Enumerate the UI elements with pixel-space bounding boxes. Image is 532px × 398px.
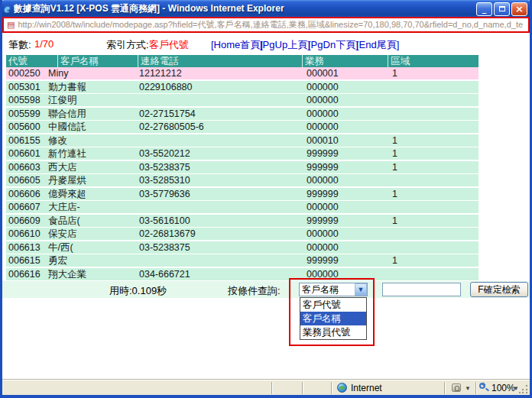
status-bar: Internet ▼ 100% ▼ — [2, 380, 530, 395]
table-cell: 大庄店- — [46, 201, 137, 213]
table-cell: 006613 — [6, 241, 46, 254]
nav-link-end[interactable]: [End尾頁] — [356, 38, 399, 52]
select-option[interactable]: 客戶代號 — [300, 298, 366, 312]
table-cell: 006607 — [6, 201, 46, 213]
table-cell: 0229106880 — [137, 81, 304, 93]
table-cell: 000000 — [304, 268, 390, 280]
table-cell: 江俊明 — [46, 94, 137, 106]
select-option[interactable]: 客戶名稱 — [300, 312, 366, 325]
table-row[interactable]: 006601新竹連社03-55202129999991 — [6, 147, 478, 160]
table-cell: 005301 — [6, 81, 46, 93]
zoom-magnifier-icon[interactable] — [479, 383, 485, 389]
table-row[interactable]: 005599聯合信用02-27151754000000 — [6, 108, 478, 120]
query-value-input[interactable] — [382, 283, 461, 296]
table-cell: 1 — [390, 215, 478, 227]
table-cell — [137, 94, 304, 106]
table-cell: 999999 — [304, 147, 390, 160]
table-cell: 000000 — [304, 121, 390, 133]
table-cell: 005599 — [6, 108, 46, 120]
table-cell: 翔大企業 — [46, 268, 137, 280]
table-cell: 999999 — [304, 254, 390, 267]
table-cell: 億舜來超 — [46, 188, 137, 200]
zoom-level[interactable]: 100% — [491, 383, 515, 393]
table-cell — [390, 241, 478, 254]
internet-globe-icon — [337, 383, 347, 393]
close-button[interactable]: × — [511, 2, 527, 16]
table-cell: 02-27151754 — [137, 108, 304, 120]
minimize-button[interactable]: _ — [476, 2, 492, 16]
table-cell: 000250 — [6, 67, 46, 79]
index-mode-label: 索引方式: — [106, 38, 149, 52]
table-cell: 000000 — [304, 241, 390, 254]
table-cell: 03-5520212 — [137, 147, 304, 160]
table-cell — [390, 201, 478, 213]
table-row[interactable]: 006605丹麥屋烘03-5285310000000 — [6, 174, 478, 186]
table-cell: 03-5238375 — [137, 161, 304, 173]
table-cell: 006603 — [6, 161, 46, 173]
info-row: 筆數: 1/70 索引方式: 客戶代號 [Home首頁] [PgUp上頁] [P… — [2, 38, 532, 50]
window-controls: _ × — [476, 2, 527, 16]
nav-link-pgup[interactable]: [PgUp上頁] — [260, 38, 310, 52]
table-cell: 006606 — [6, 188, 46, 200]
zone-dropdown-arrow-icon[interactable]: ▼ — [465, 385, 471, 392]
table-cell — [137, 201, 304, 213]
table-cell: 999999 — [304, 188, 390, 200]
nav-link-home[interactable]: [Home首頁] — [211, 38, 263, 52]
table-row[interactable]: 006606億舜來超03-57796369999991 — [6, 188, 478, 200]
table-cell: 006605 — [6, 174, 46, 186]
table-cell: 牛/西( — [46, 241, 137, 254]
table-row[interactable]: 006155修改0000101 — [6, 134, 478, 147]
table-row[interactable]: 006615勇宏9999991 — [6, 254, 478, 267]
table-cell — [390, 174, 478, 186]
table-cell: 1 — [390, 254, 478, 267]
title-bar: e 數據查詢V1.12 [X-POS 雲通商務網] - Windows Inte… — [0, 0, 532, 18]
maximize-icon — [499, 6, 505, 11]
statusbar-divider — [331, 382, 332, 394]
address-bar[interactable]: ▤ http://win2008/tw/include/modepage.asp… — [2, 17, 530, 33]
table-row[interactable]: 006613牛/西(03-5238375000000 — [6, 241, 478, 254]
table-row[interactable]: 005600中國信託02-27680505-6000000 — [6, 121, 478, 133]
confirm-search-button[interactable]: F確定檢索 — [470, 282, 528, 297]
table-cell — [137, 254, 304, 267]
table-row[interactable]: 005301勤力書報0229106880000000 — [6, 81, 478, 93]
table-cell — [390, 121, 478, 133]
query-field-options-list: 客戶代號客戶名稱業務員代號 — [300, 297, 367, 340]
header-phone: 連絡電話 — [138, 55, 303, 67]
table-cell: 006609 — [6, 215, 46, 227]
table-row[interactable]: 006609食品店(03-56161009999991 — [6, 215, 478, 227]
table-row[interactable]: 006610保安店02-26813679000000 — [6, 228, 478, 240]
table-cell: 修改 — [46, 134, 137, 147]
table-cell: 006155 — [6, 134, 46, 147]
chevron-down-icon[interactable]: ▼ — [355, 283, 367, 296]
zoom-dropdown-arrow-icon[interactable]: ▼ — [513, 385, 519, 392]
nav-link-pgdn[interactable]: [PgDn下頁] — [308, 38, 358, 52]
table-cell: 999999 — [304, 161, 390, 173]
table-cell: Miny — [46, 67, 137, 79]
table-row[interactable]: 006603西大店03-52383759999991 — [6, 161, 478, 173]
resize-grip[interactable] — [519, 384, 528, 393]
table-cell: 丹麥屋烘 — [46, 174, 137, 186]
select-option[interactable]: 業務員代號 — [300, 325, 366, 339]
address-url: http://win2008/tw/include/modepage.asp?h… — [18, 19, 523, 31]
table-row[interactable]: 000250Miny121212120000011 — [6, 67, 478, 79]
table-cell: 006616 — [6, 268, 46, 280]
header-sales: 業務 — [303, 55, 388, 67]
table-row[interactable]: 005598江俊明000000 — [6, 94, 478, 106]
header-name: 客戶名稱 — [58, 55, 138, 67]
customer-table: 代號 客戶名稱 連絡電話 業務 區域 000250Miny12121212000… — [6, 55, 478, 281]
table-row[interactable]: 006607大庄店-000000 — [6, 201, 478, 213]
elapsed-time: 用時:0.109秒 — [109, 284, 167, 298]
table-cell: 西大店 — [46, 161, 137, 173]
maximize-button[interactable] — [494, 2, 510, 16]
table-row[interactable]: 006616翔大企業034-666721000000 — [6, 268, 478, 280]
security-zone-label[interactable]: Internet — [351, 383, 382, 393]
table-cell: 保安店 — [46, 228, 137, 240]
query-field-select[interactable]: 客戶名稱 ▼ — [299, 283, 368, 296]
statusbar-divider — [444, 382, 445, 394]
table-cell: 006615 — [6, 254, 46, 267]
table-cell: 勤力書報 — [46, 81, 137, 93]
table-cell: 中國信託 — [46, 121, 137, 133]
protected-mode-icon[interactable] — [452, 383, 461, 392]
table-cell — [390, 108, 478, 120]
table-cell — [137, 134, 304, 147]
